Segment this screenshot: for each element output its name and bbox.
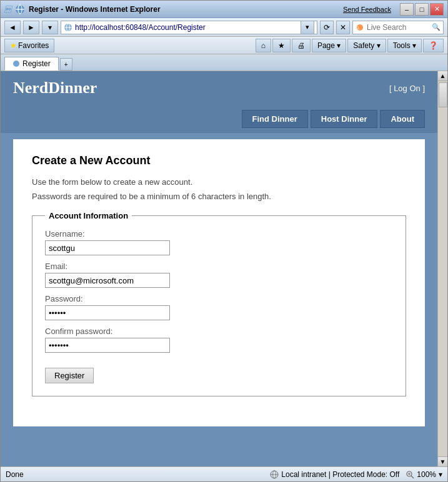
send-feedback-link[interactable]: Send Feedback	[343, 6, 391, 13]
live-search-input[interactable]	[367, 23, 429, 32]
confirm-password-input[interactable]	[45, 338, 170, 353]
scroll-up-button[interactable]: ▲	[438, 71, 447, 81]
tab-label: Register	[22, 59, 51, 68]
log-on-link[interactable]: [ Log On ]	[389, 84, 425, 93]
zoom-icon	[406, 470, 414, 479]
page-desc-1: Use the form below to create a new accou…	[32, 177, 406, 187]
about-button[interactable]: About	[380, 110, 425, 128]
stop-button[interactable]: ✕	[336, 21, 350, 34]
url-input[interactable]	[75, 23, 298, 32]
page-button[interactable]: Page ▾	[312, 39, 346, 52]
email-label: Email:	[45, 262, 393, 271]
host-dinner-button[interactable]: Host Dinner	[311, 110, 378, 128]
svg-text:L: L	[357, 25, 361, 31]
title-bar:  Register - Windows Internet Explorer S…	[1, 1, 447, 18]
register-tab[interactable]: Register	[4, 57, 59, 71]
nav-bar: Find Dinner Host Dinner About	[1, 105, 437, 133]
tab-bar: Register +	[1, 54, 447, 71]
zoom-dropdown-icon[interactable]: ▾	[439, 470, 442, 479]
username-group: Username:	[45, 229, 393, 255]
password-group: Password:	[45, 294, 393, 320]
ie-toolbar: ★ Favorites ⌂ ★ 🖨 Page ▾ Safety ▾ Tools …	[1, 37, 447, 54]
confirm-password-group: Confirm password:	[45, 327, 393, 353]
scroll-thumb[interactable]	[439, 82, 447, 107]
page-content: NerdDinner [ Log On ] Find Dinner Host D…	[1, 71, 437, 466]
browser-icon: 	[4, 6, 11, 13]
username-label: Username:	[45, 229, 393, 239]
zone-text: Local intranet | Protected Mode: Off	[281, 470, 399, 479]
ie-small-icon	[64, 23, 72, 32]
live-search-button[interactable]: 🔍	[432, 23, 441, 31]
svg-point-8	[13, 61, 19, 67]
favorites-label: Favorites	[18, 41, 49, 50]
live-search-area: L 🔍	[352, 21, 444, 34]
scroll-down-button[interactable]: ▼	[438, 456, 447, 466]
refresh-button[interactable]: ⟳	[320, 21, 334, 34]
address-field: ▾	[61, 21, 317, 34]
zoom-text: 100%	[417, 470, 436, 479]
username-input[interactable]	[45, 240, 170, 255]
confirm-label: Confirm password:	[45, 327, 393, 336]
page-heading: Create a New Account	[32, 154, 406, 167]
window-controls: – □ ✕	[400, 3, 444, 16]
password-label: Password:	[45, 294, 393, 303]
email-input[interactable]	[45, 273, 170, 288]
status-bar: Done Local intranet | Protected Mode: Of…	[1, 466, 447, 481]
tools-button[interactable]: Tools ▾	[387, 39, 422, 52]
print-button[interactable]: 🖨	[292, 39, 311, 52]
svg-line-13	[411, 476, 414, 478]
close-button[interactable]: ✕	[430, 3, 444, 16]
main-content-panel: Create a New Account Use the form below …	[13, 139, 425, 426]
app-header: NerdDinner [ Log On ]	[1, 71, 437, 105]
rss-button[interactable]: ★	[272, 39, 291, 52]
content-area: NerdDinner [ Log On ] Find Dinner Host D…	[1, 71, 447, 466]
forward-button[interactable]: ►	[23, 21, 39, 34]
status-done-text: Done	[6, 470, 264, 479]
dropdown-button[interactable]: ▾	[42, 21, 58, 34]
minimize-button[interactable]: –	[400, 3, 414, 16]
register-button[interactable]: Register	[45, 368, 94, 383]
password-input[interactable]	[45, 305, 170, 320]
restore-button[interactable]: □	[415, 3, 429, 16]
app-title: NerdDinner	[13, 79, 97, 97]
live-search-icon: L	[356, 23, 364, 32]
browser-window:  Register - Windows Internet Explorer S…	[0, 0, 448, 482]
vertical-scrollbar: ▲ ▼	[437, 71, 447, 466]
address-bar: ◄ ► ▾ ▾ ⟳ ✕ L 🔍	[1, 18, 447, 37]
help-button[interactable]: ❓	[423, 39, 444, 52]
home-button[interactable]: ⌂	[256, 39, 271, 52]
status-zone: Local intranet | Protected Mode: Off	[270, 470, 399, 479]
account-fieldset: Account Information Username: Email: Pas…	[32, 211, 406, 396]
new-tab-button[interactable]: +	[60, 58, 72, 71]
globe-icon	[270, 470, 279, 479]
safety-button[interactable]: Safety ▾	[347, 39, 386, 52]
dropdown-arrow-button[interactable]: ▾	[301, 21, 314, 34]
window-title: Register - Windows Internet Explorer	[29, 5, 339, 14]
ie-logo-icon	[15, 4, 25, 14]
tab-ie-icon	[12, 60, 20, 67]
status-zoom: 100% ▾	[406, 470, 442, 479]
favorites-button[interactable]: ★ Favorites	[4, 39, 54, 52]
page-desc-2: Passwords are required to be a minimum o…	[32, 192, 406, 201]
back-button[interactable]: ◄	[4, 21, 21, 34]
fieldset-legend: Account Information	[45, 211, 132, 220]
email-group: Email:	[45, 262, 393, 288]
find-dinner-button[interactable]: Find Dinner	[242, 110, 308, 128]
